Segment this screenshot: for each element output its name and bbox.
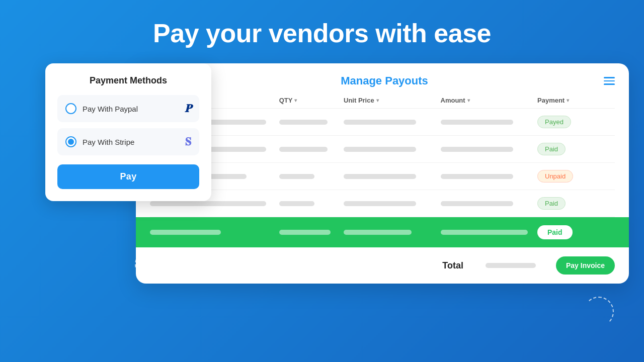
- table-row: Paid: [150, 136, 615, 163]
- th-unit-price[interactable]: Unit Price ▾: [344, 97, 441, 104]
- th-qty-label: QTY: [279, 97, 293, 104]
- stripe-option-left: Pay With Stripe: [65, 136, 134, 147]
- footer-row: Total Pay Invoice: [136, 247, 629, 284]
- th-payment-arrow: ▾: [567, 98, 569, 103]
- main-area: Payment Methods Pay With Paypal 𝐏 Pay Wi…: [45, 63, 599, 362]
- payment-methods-card: Payment Methods Pay With Paypal 𝐏 Pay Wi…: [45, 63, 211, 201]
- table-row: Unpaid: [150, 163, 615, 190]
- cell-status-2: Paid: [537, 143, 615, 155]
- paypal-label: Pay With Paypal: [83, 105, 138, 113]
- menu-line-1: [604, 77, 615, 78]
- status-badge-paid-1: Paid: [537, 143, 566, 155]
- table-header-row: ▼ QTY ▾ Unit Price ▾ Amount ▾ Payment ▾: [150, 93, 615, 109]
- status-badge-paid-2: Paid: [537, 197, 566, 210]
- cell-status-3: Unpaid: [537, 170, 615, 183]
- cell-price-3: [344, 174, 441, 179]
- status-badge-unpaid: Unpaid: [537, 170, 573, 183]
- cell-price-1: [344, 120, 441, 125]
- total-amount-bar: [486, 263, 536, 268]
- menu-line-2: [604, 80, 615, 82]
- payouts-title: Manage Payouts: [165, 74, 604, 87]
- table-row: Paid: [150, 190, 615, 217]
- cell-amount-4: [441, 201, 538, 206]
- hero-title: Pay your vendors with ease: [153, 18, 491, 48]
- hl-amount: [441, 230, 538, 235]
- th-amount-arrow: ▾: [467, 98, 470, 103]
- paypal-option-left: Pay With Paypal: [65, 103, 138, 114]
- stripe-icon: 𝐒: [185, 135, 191, 148]
- menu-line-3: [604, 83, 615, 85]
- cell-qty-4: [279, 201, 344, 206]
- paypal-radio[interactable]: [65, 103, 76, 114]
- cell-amount-1: [441, 120, 538, 125]
- payment-methods-title: Payment Methods: [57, 75, 199, 86]
- cell-status-4: Paid: [537, 197, 615, 210]
- hl-price: [344, 230, 441, 235]
- dashed-connector-left: [135, 249, 165, 280]
- total-label: Total: [442, 260, 463, 271]
- stripe-radio-inner: [68, 139, 74, 145]
- paypal-icon: 𝐏: [185, 102, 191, 115]
- pay-invoice-button[interactable]: Pay Invoice: [556, 256, 615, 275]
- cell-qty-1: [279, 120, 344, 125]
- stripe-option[interactable]: Pay With Stripe 𝐒: [57, 128, 199, 155]
- th-amount[interactable]: Amount ▾: [441, 97, 538, 104]
- th-payment[interactable]: Payment ▾: [537, 97, 615, 104]
- status-badge-payed: Payed: [537, 116, 571, 128]
- stripe-radio[interactable]: [65, 136, 76, 147]
- th-unit-price-label: Unit Price: [344, 97, 374, 104]
- cell-qty-3: [279, 174, 344, 179]
- highlighted-status-badge: Paid: [537, 225, 573, 239]
- table-row: Payed: [150, 109, 615, 136]
- pay-button[interactable]: Pay: [57, 164, 199, 189]
- paypal-option[interactable]: Pay With Paypal 𝐏: [57, 95, 199, 122]
- th-qty[interactable]: QTY ▾: [279, 97, 344, 104]
- cell-price-4: [344, 201, 441, 206]
- hl-desc: [150, 230, 279, 235]
- hl-status: Paid: [537, 225, 615, 239]
- hl-qty: [279, 230, 344, 235]
- menu-icon[interactable]: [604, 77, 615, 85]
- cell-amount-3: [441, 174, 538, 179]
- highlighted-row: Paid: [136, 217, 629, 247]
- cell-status-1: Payed: [537, 116, 615, 128]
- dashed-connector-right: [584, 297, 614, 327]
- th-payment-label: Payment: [537, 97, 565, 104]
- stripe-label: Pay With Stripe: [83, 138, 134, 146]
- cell-amount-2: [441, 147, 538, 152]
- th-qty-arrow: ▾: [294, 98, 297, 103]
- th-unit-price-arrow: ▾: [376, 98, 379, 103]
- th-amount-label: Amount: [441, 97, 465, 104]
- cell-price-2: [344, 147, 441, 152]
- cell-desc-4: [150, 201, 279, 206]
- cell-qty-2: [279, 147, 344, 152]
